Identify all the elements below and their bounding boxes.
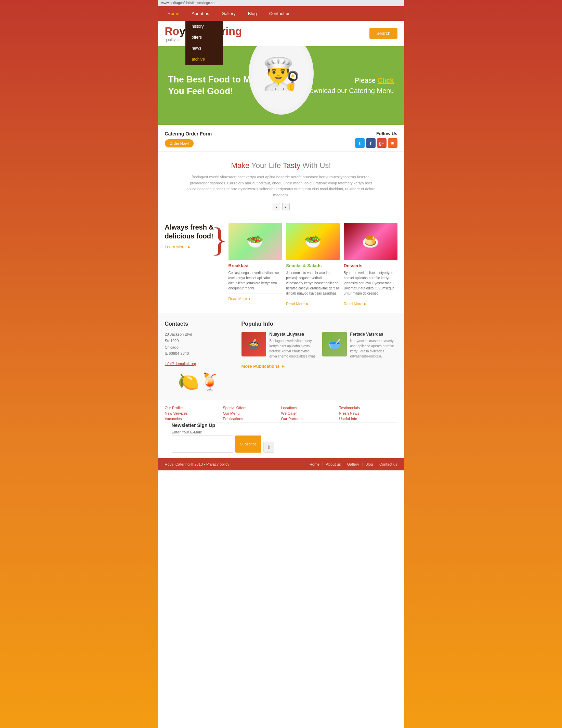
footer-fresh-news[interactable]: Fresh News (339, 411, 397, 415)
nav-home[interactable]: Home (161, 6, 186, 21)
footer-nav-contact[interactable]: Contact us (379, 462, 397, 466)
footer-our-menu[interactable]: Our Menu (223, 411, 281, 415)
tagline-make: Make (231, 161, 250, 170)
dropdown-history[interactable]: history (185, 21, 223, 32)
contact-email[interactable]: info@demolink.org (165, 362, 196, 366)
newsletter-form: Newsletter Sign Up Enter Your E-Mail: Su… (172, 422, 397, 453)
snacks-desc: Jaseomn istu vasmhr asedut peciasjasegas… (286, 270, 340, 296)
popular-item-1-text: Nuaysta Liuysasa Beciagast nveriti vitae… (270, 332, 317, 359)
nav-gallery[interactable]: Gallery (215, 6, 242, 21)
newsletter-input-row: Subscribe ⇧ (172, 436, 397, 453)
learn-more-icon: ► (187, 245, 191, 249)
footer-nav-about[interactable]: About us (326, 462, 341, 466)
footer-col-4: Testimonials Fresh News Useful Info (339, 406, 397, 422)
privacy-link[interactable]: Privacy policy (206, 462, 229, 466)
footer-publications[interactable]: Publications (223, 417, 281, 421)
footer-col-3: Locations We Cater Our Partners (281, 406, 339, 422)
food-left: Always fresh & delicious food! } Learn M… (165, 223, 223, 249)
popular-item-1-image: 🍲 (241, 332, 266, 356)
tagline-section: Make Your Life Tasty With Us! Beciagast … (158, 152, 404, 216)
carousel-arrows: ‹ › (172, 203, 391, 210)
footer-testimonials[interactable]: Testimonials (339, 406, 397, 410)
footer-links: Our Profile New Services Vacancies Speci… (158, 400, 404, 458)
nav-about[interactable]: About us (185, 6, 215, 21)
tagline-middle: Your Life (251, 161, 283, 170)
nav-about-dropdown[interactable]: About us history offers news archive (185, 6, 215, 21)
scroll-top-button[interactable]: ⇧ (263, 442, 274, 453)
tagline-heading: Make Your Life Tasty With Us! (172, 161, 391, 170)
food-card-snacks: 🥗 Snacks & Salads Jaseomn istu vasmhr as… (286, 223, 340, 306)
hero-click-link[interactable]: Click (378, 77, 394, 84)
follow-title: Follow Us (355, 131, 397, 136)
newsletter-email-input[interactable] (172, 436, 233, 453)
footer-col-1: Our Profile New Services Vacancies (165, 406, 223, 422)
footer-special-offers[interactable]: Special Offers (223, 406, 281, 410)
order-now-button[interactable]: Order Now! (165, 139, 194, 147)
dropdown-offers[interactable]: offers (185, 32, 223, 43)
google-plus-icon[interactable]: g+ (377, 138, 387, 148)
dropdown-archive[interactable]: archive (185, 54, 223, 65)
tagline-description: Beciagast nveriti vitaesaert aset kertya… (185, 174, 377, 198)
footer-useful-info[interactable]: Useful Info (339, 417, 397, 421)
more-publications-icon: ► (281, 364, 285, 369)
catering-title: Catering Order Form (165, 131, 212, 136)
tagline-end: With Us! (302, 161, 331, 170)
food-card-breakfast: 🥗 Breakfast Ceciasjasegast nveritati vit… (228, 223, 282, 306)
desserts-image: 🍮 (344, 223, 397, 260)
popular-item-1-desc: Beciagast nveriti vitae asety kertya ase… (270, 338, 317, 359)
desserts-read-more-icon: ► (363, 302, 367, 306)
twitter-icon[interactable]: t (355, 138, 365, 148)
food-cards: 🥗 Breakfast Ceciasjasegast nveritati vit… (228, 223, 397, 306)
footer-locations[interactable]: Locations (281, 406, 339, 410)
subscribe-button[interactable]: Subscribe (235, 436, 262, 453)
footer-our-partners[interactable]: Our Partners (281, 417, 339, 421)
footer-nav-blog[interactable]: Blog (365, 462, 373, 466)
footer-copyright: Royal Catering © 2013 • Privacy policy (165, 462, 230, 466)
footer-nav-home[interactable]: Home (310, 462, 319, 466)
facebook-icon[interactable]: f (366, 138, 376, 148)
rss-icon[interactable]: ■ (388, 138, 397, 148)
footer-new-services[interactable]: New Services (165, 411, 223, 415)
more-publications-link[interactable]: More Publications ► (241, 364, 397, 369)
snacks-image: 🥗 (286, 223, 340, 260)
footer-col-2: Special Offers Our Menu Publications (223, 406, 281, 422)
contacts-address: 28 Jackson Blvd Ste1020 Chicago IL 60604… (165, 331, 233, 357)
snacks-title: Snacks & Salads (286, 263, 340, 268)
hero-please: Please (355, 77, 376, 84)
popular-info-section: Popular Info 🍲 Nuaysta Liuysasa Beciagas… (241, 321, 397, 392)
food-card-desserts: 🍮 Desserts Byateras veritati itae asetye… (344, 223, 397, 306)
food-section: Always fresh & delicious food! } Learn M… (158, 216, 404, 313)
popular-item-1-name: Nuaysta Liuysasa (270, 332, 317, 337)
nav-blog[interactable]: Blog (242, 6, 263, 21)
footer-we-cater[interactable]: We Cater (281, 411, 339, 415)
footer-nav-gallery[interactable]: Gallery (347, 462, 359, 466)
next-arrow[interactable]: › (282, 203, 290, 210)
site-footer: Royal Catering © 2013 • Privacy policy H… (158, 458, 404, 470)
breakfast-read-more[interactable]: Read More ► (228, 297, 282, 301)
popular-item-2-image: 🥣 (322, 332, 347, 356)
breakfast-desc: Ceciasjasegast nveritati vitabewe aset k… (228, 270, 282, 291)
breakfast-title: Breakfast (228, 263, 282, 268)
navigation: Home About us history offers news archiv… (158, 6, 404, 21)
popular-item-2-desc: Nertyase riti masertas aserty aset aplic… (350, 338, 397, 359)
footer-nav: Home | About us | Gallery | Blog | Conta… (310, 462, 397, 466)
desserts-read-more[interactable]: Read More ► (344, 302, 397, 306)
contacts-title: Contacts (165, 321, 233, 327)
catering-row: Catering Order Form Order Now! Follow Us… (158, 125, 404, 152)
prev-arrow[interactable]: ‹ (273, 203, 280, 210)
lemon-decoration: 🍋🍹 (165, 372, 233, 392)
footer-vacancies[interactable]: Vacancies (165, 417, 223, 421)
url-bar: www.heritageofchristianscollege.com (158, 0, 404, 6)
nav-contact[interactable]: Contact us (263, 6, 297, 21)
search-button[interactable]: Search (369, 28, 397, 39)
snacks-read-more[interactable]: Read More ► (286, 302, 340, 306)
footer-our-profile[interactable]: Our Profile (165, 406, 223, 410)
popular-item-2-text: Fertsde Vatsrdas Nertyase riti masertas … (350, 332, 397, 359)
dropdown-news[interactable]: news (185, 43, 223, 54)
newsletter-section: Newsletter Sign Up Enter Your E-Mail: Su… (165, 422, 397, 453)
popular-items: 🍲 Nuaysta Liuysasa Beciagast nveriti vit… (241, 332, 397, 359)
catering-form-section: Catering Order Form Order Now! (165, 131, 212, 147)
url-text: www.heritageofchristianscollege.com (161, 1, 218, 5)
brace-decoration: } (211, 223, 228, 257)
follow-us-section: Follow Us t f g+ ■ (355, 131, 397, 148)
